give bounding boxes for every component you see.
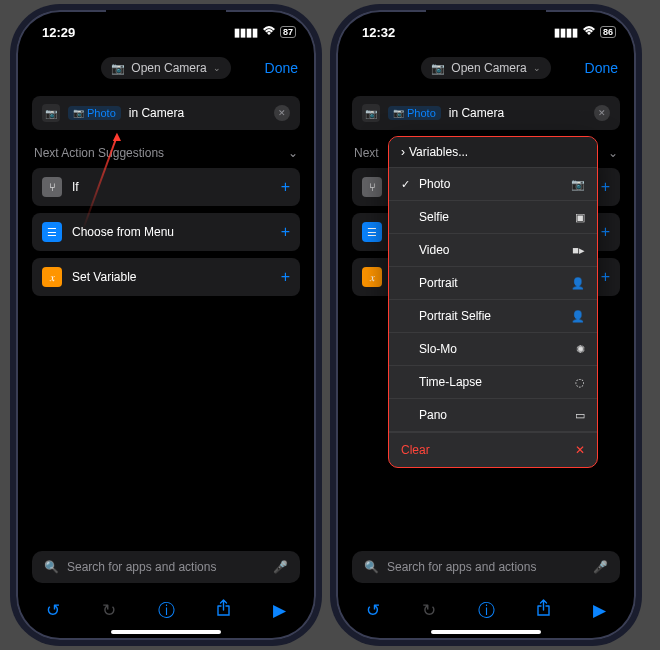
search-bar[interactable]: 🔍 Search for apps and actions 🎤 xyxy=(352,551,620,583)
nav-title-text: Open Camera xyxy=(131,61,206,75)
item-label: Selfie xyxy=(419,210,449,224)
mode-label: Photo xyxy=(87,107,116,119)
spinner-icon: ✺ xyxy=(576,343,585,356)
notch xyxy=(426,10,546,36)
suggestions-title: Next Action Suggestions xyxy=(34,146,164,160)
search-placeholder: Search for apps and actions xyxy=(387,560,536,574)
add-icon[interactable]: + xyxy=(281,178,290,196)
camera-icon: 📷 xyxy=(393,108,404,118)
status-indicators: ▮▮▮▮ 86 xyxy=(554,26,616,39)
camera-app-icon: 📷 xyxy=(42,104,60,122)
battery-indicator: 86 xyxy=(600,26,616,38)
camera-icon: 📷 xyxy=(571,178,585,191)
dropdown-item-slomo[interactable]: Slo-Mo ✺ xyxy=(389,333,597,366)
camera-app-icon: 📷 xyxy=(362,104,380,122)
menu-icon: ☰ xyxy=(42,222,62,242)
video-icon: ■▸ xyxy=(572,244,585,257)
wifi-icon xyxy=(582,26,596,38)
dropdown-clear[interactable]: Clear ✕ xyxy=(389,432,597,467)
dropdown-item-selfie[interactable]: Selfie ▣ xyxy=(389,201,597,234)
item-label: Time-Lapse xyxy=(419,375,482,389)
dropdown-item-pano[interactable]: Pano ▭ xyxy=(389,399,597,432)
chevron-down-icon: ⌄ xyxy=(213,63,221,73)
item-label: Photo xyxy=(419,177,450,191)
item-label: Pano xyxy=(419,408,447,422)
mode-label: Photo xyxy=(407,107,436,119)
phone-left: 12:29 ▮▮▮▮ 87 📷 Open Camera ⌄ Done 📷 📷 P… xyxy=(16,10,316,640)
redo-button: ↻ xyxy=(102,600,116,621)
suggestion-choose-menu[interactable]: ☰ Choose from Menu + xyxy=(32,213,300,251)
dropdown-item-video[interactable]: Video ■▸ xyxy=(389,234,597,267)
status-indicators: ▮▮▮▮ 87 xyxy=(234,26,296,39)
dropdown-item-timelapse[interactable]: Time-Lapse ◌ xyxy=(389,366,597,399)
dropdown-item-photo[interactable]: ✓Photo 📷 xyxy=(389,168,597,201)
toolbar: ↺ ↻ ⓘ ▶ xyxy=(32,593,300,624)
person-icon: 👤 xyxy=(571,310,585,323)
action-suffix: in Camera xyxy=(129,106,184,120)
check-icon: ✓ xyxy=(401,178,411,191)
toolbar: ↺ ↻ ⓘ ▶ xyxy=(352,593,620,624)
share-button[interactable] xyxy=(216,599,231,622)
done-button[interactable]: Done xyxy=(585,60,618,76)
if-icon: ⑂ xyxy=(362,177,382,197)
if-icon: ⑂ xyxy=(42,177,62,197)
share-button[interactable] xyxy=(536,599,551,622)
home-indicator[interactable] xyxy=(431,630,541,634)
phone-right: 12:32 ▮▮▮▮ 86 📷 Open Camera ⌄ Done 📷 📷 P… xyxy=(336,10,636,640)
nav-title-pill[interactable]: 📷 Open Camera ⌄ xyxy=(101,57,230,79)
nav-title-pill[interactable]: 📷 Open Camera ⌄ xyxy=(421,57,550,79)
clear-label: Clear xyxy=(401,443,430,457)
undo-button[interactable]: ↺ xyxy=(366,600,380,621)
undo-button[interactable]: ↺ xyxy=(46,600,60,621)
nav-title-text: Open Camera xyxy=(451,61,526,75)
bottom-area: 🔍 Search for apps and actions 🎤 ↺ ↻ ⓘ ▶ xyxy=(16,551,316,640)
menu-icon: ☰ xyxy=(362,222,382,242)
suggestion-if[interactable]: ⑂ If + xyxy=(32,168,300,206)
suggestion-set-variable[interactable]: 𝑥 Set Variable + xyxy=(32,258,300,296)
search-bar[interactable]: 🔍 Search for apps and actions 🎤 xyxy=(32,551,300,583)
home-indicator[interactable] xyxy=(111,630,221,634)
info-button[interactable]: ⓘ xyxy=(158,599,175,622)
clear-icon[interactable]: ✕ xyxy=(274,105,290,121)
item-label: Video xyxy=(419,243,449,257)
add-icon[interactable]: + xyxy=(601,223,610,241)
status-time: 12:29 xyxy=(42,25,75,40)
run-button[interactable]: ▶ xyxy=(273,600,286,621)
bottom-area: 🔍 Search for apps and actions 🎤 ↺ ↻ ⓘ ▶ xyxy=(336,551,636,640)
dropdown-item-portrait[interactable]: Portrait 👤 xyxy=(389,267,597,300)
mic-icon[interactable]: 🎤 xyxy=(273,560,288,574)
panorama-icon: ▭ xyxy=(575,409,585,422)
suggestion-label: Choose from Menu xyxy=(72,225,174,239)
content-area: 📷 📷 Photo in Camera ✕ ▲ Next Action Sugg… xyxy=(16,86,316,296)
add-icon[interactable]: + xyxy=(601,178,610,196)
variable-icon: 𝑥 xyxy=(362,267,382,287)
add-icon[interactable]: + xyxy=(601,268,610,286)
chevron-down-icon: ⌄ xyxy=(533,63,541,73)
mode-dropdown: › Variables... ✓Photo 📷 Selfie ▣ Video ■… xyxy=(388,136,598,468)
action-card[interactable]: 📷 📷 Photo in Camera ✕ xyxy=(352,96,620,130)
redo-button: ↻ xyxy=(422,600,436,621)
signal-icon: ▮▮▮▮ xyxy=(234,26,258,39)
signal-icon: ▮▮▮▮ xyxy=(554,26,578,39)
clear-icon[interactable]: ✕ xyxy=(594,105,610,121)
run-button[interactable]: ▶ xyxy=(593,600,606,621)
close-icon: ✕ xyxy=(575,443,585,457)
person-square-icon: ▣ xyxy=(575,211,585,224)
variables-row[interactable]: › Variables... xyxy=(388,136,598,168)
action-card[interactable]: 📷 📷 Photo in Camera ✕ xyxy=(32,96,300,130)
mic-icon[interactable]: 🎤 xyxy=(593,560,608,574)
item-label: Slo-Mo xyxy=(419,342,457,356)
status-time: 12:32 xyxy=(362,25,395,40)
mode-parameter[interactable]: 📷 Photo xyxy=(68,106,121,120)
add-icon[interactable]: + xyxy=(281,268,290,286)
dropdown-item-portrait-selfie[interactable]: Portrait Selfie 👤 xyxy=(389,300,597,333)
chevron-right-icon: › xyxy=(401,145,405,159)
suggestions-header[interactable]: Next Action Suggestions ⌄ xyxy=(32,130,300,168)
nav-bar: 📷 Open Camera ⌄ Done xyxy=(16,50,316,86)
mode-parameter[interactable]: 📷 Photo xyxy=(388,106,441,120)
search-icon: 🔍 xyxy=(44,560,59,574)
add-icon[interactable]: + xyxy=(281,223,290,241)
done-button[interactable]: Done xyxy=(265,60,298,76)
chevron-down-icon: ⌄ xyxy=(288,146,298,160)
info-button[interactable]: ⓘ xyxy=(478,599,495,622)
